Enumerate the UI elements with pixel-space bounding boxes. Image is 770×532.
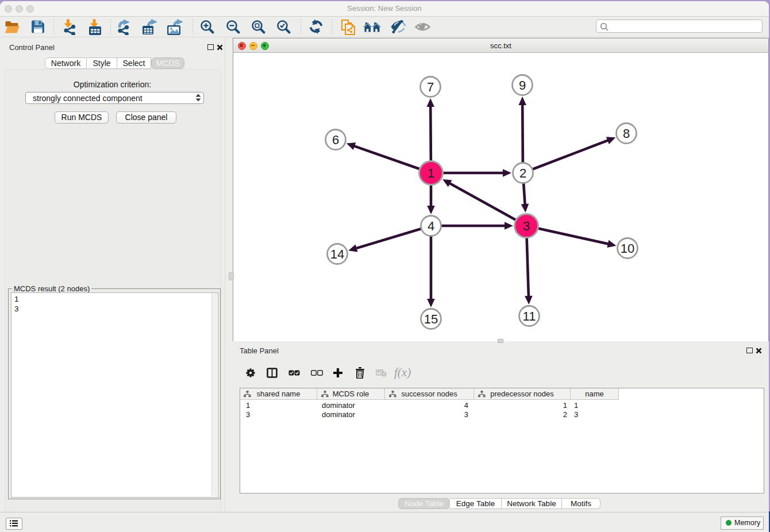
svg-text:1: 1: [428, 166, 434, 180]
svg-text:15: 15: [424, 312, 438, 326]
svg-text:9: 9: [519, 78, 526, 92]
svg-text:3: 3: [523, 219, 530, 233]
svg-text:7: 7: [427, 80, 434, 94]
svg-text:6: 6: [332, 133, 339, 147]
svg-text:8: 8: [623, 126, 630, 141]
svg-text:11: 11: [523, 309, 536, 323]
svg-text:2: 2: [519, 166, 526, 180]
svg-text:4: 4: [428, 219, 434, 233]
svg-text:10: 10: [621, 241, 634, 256]
svg-text:14: 14: [330, 247, 344, 261]
